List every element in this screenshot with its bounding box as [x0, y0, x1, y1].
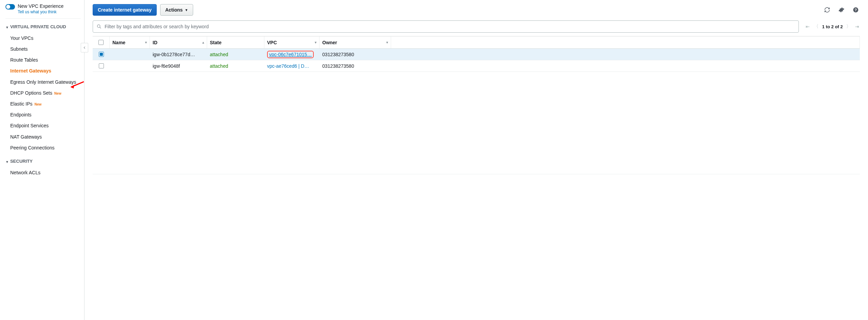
sidebar-item-subnets[interactable]: Subnets	[5, 44, 84, 54]
new-badge: New	[34, 102, 42, 106]
sort-icon: ▾	[315, 41, 316, 44]
col-owner[interactable]: Owner▾	[320, 36, 391, 48]
feedback-link[interactable]: Tell us what you think	[18, 10, 64, 14]
svg-point-2	[97, 25, 100, 28]
table-header: Name▾ ID▴ State VPC▾ Owner▾	[93, 36, 860, 49]
new-vpc-experience: New VPC Experience Tell us what you thin…	[5, 3, 81, 19]
cell-owner: 031238273580	[320, 52, 391, 57]
table-row[interactable]: igw-0b1278ce77d…attachedvpc-06c7e671015……	[93, 49, 860, 60]
checkbox-icon[interactable]	[99, 63, 104, 68]
search-icon	[96, 24, 102, 29]
sidebar-item-endpoint-services[interactable]: Endpoint Services	[5, 120, 84, 131]
settings-icon[interactable]	[837, 6, 846, 14]
create-internet-gateway-button[interactable]: Create internet gateway	[93, 4, 157, 16]
nav-section-title[interactable]: ▼VIRTUAL PRIVATE CLOUD	[5, 24, 84, 30]
sidebar-collapse-handle[interactable]	[81, 43, 88, 52]
col-name[interactable]: Name▾	[110, 36, 150, 48]
vpc-link[interactable]: vpc-ae76ced6 | D…	[267, 63, 309, 69]
page-last-icon[interactable]: ⇥	[854, 24, 860, 29]
cell-vpc: vpc-ae76ced6 | D…	[264, 63, 320, 69]
sort-asc-icon: ▴	[202, 41, 204, 44]
filter-row: ⇤ 〈 1 to 2 of 2 〉 ⇥	[93, 20, 860, 33]
col-id[interactable]: ID▴	[150, 36, 207, 48]
new-badge: New	[54, 92, 61, 95]
select-all-header[interactable]	[93, 36, 110, 48]
cell-id: igw-f6e9048f	[150, 63, 207, 69]
checkbox-icon[interactable]	[98, 40, 104, 45]
help-icon[interactable]: ?	[852, 6, 860, 14]
pagination: ⇤ 〈 1 to 2 of 2 〉 ⇥	[805, 23, 860, 30]
row-select[interactable]	[93, 63, 110, 68]
sidebar-item-egress-only-internet-gateways[interactable]: Egress Only Internet Gateways	[5, 77, 84, 87]
table-row[interactable]: igw-f6e9048fattachedvpc-ae76ced6 | D…031…	[93, 60, 860, 72]
search-box[interactable]	[93, 20, 799, 33]
sidebar-item-peering-connections[interactable]: Peering Connections	[5, 142, 84, 153]
sort-icon: ▾	[386, 41, 388, 44]
col-vpc[interactable]: VPC▾	[264, 36, 320, 48]
checkbox-icon[interactable]	[99, 52, 104, 57]
caret-down-icon: ▼	[5, 160, 9, 164]
cell-id: igw-0b1278ce77d…	[150, 52, 207, 57]
sidebar-item-nat-gateways[interactable]: NAT Gateways	[5, 131, 84, 142]
chevron-down-icon: ▼	[185, 8, 188, 12]
caret-down-icon: ▼	[5, 25, 9, 30]
sidebar-item-endpoints[interactable]: Endpoints	[5, 109, 84, 120]
col-state[interactable]: State	[207, 36, 264, 48]
sidebar-item-internet-gateways[interactable]: Internet Gateways	[5, 65, 84, 76]
sidebar-item-your-vpcs[interactable]: Your VPCs	[5, 33, 84, 44]
nav-section: ▼VIRTUAL PRIVATE CLOUDYour VPCsSubnetsRo…	[5, 24, 84, 153]
actions-button[interactable]: Actions ▼	[160, 4, 193, 16]
page-next-icon[interactable]: 〉	[846, 23, 852, 30]
cell-state: attached	[207, 52, 264, 57]
page-prev-icon[interactable]: 〈	[813, 23, 819, 30]
nav-items: Network ACLs	[5, 167, 84, 178]
toolbar: Create internet gateway Actions ▼ ?	[93, 4, 860, 16]
cell-owner: 031238273580	[320, 63, 391, 69]
page-first-icon[interactable]: ⇤	[805, 24, 810, 29]
table-footer	[93, 174, 860, 175]
sidebar-item-network-acls[interactable]: Network ACLs	[5, 167, 84, 178]
vpc-link[interactable]: vpc-06c7e671015…	[269, 52, 312, 57]
sort-icon: ▾	[145, 41, 147, 44]
cell-state: attached	[207, 63, 264, 69]
sidebar-item-dhcp-options-sets[interactable]: DHCP Options Sets New	[5, 87, 84, 98]
pagination-text: 1 to 2 of 2	[822, 24, 843, 29]
row-select[interactable]	[93, 52, 110, 57]
nav-items: Your VPCsSubnetsRoute TablesInternet Gat…	[5, 33, 84, 153]
sidebar: New VPC Experience Tell us what you thin…	[0, 0, 84, 320]
internet-gateways-table: Name▾ ID▴ State VPC▾ Owner▾ igw-0b1278ce…	[93, 36, 860, 72]
new-experience-label: New VPC Experience	[18, 3, 64, 9]
search-input[interactable]	[105, 24, 795, 29]
svg-line-3	[100, 27, 101, 29]
sidebar-item-route-tables[interactable]: Route Tables	[5, 54, 84, 65]
main-content: Create internet gateway Actions ▼ ? ⇤ 〈 …	[84, 0, 868, 320]
nav-section: ▼SECURITYNetwork ACLs	[5, 159, 84, 178]
vpc-highlight-box: vpc-06c7e671015…	[267, 51, 314, 58]
actions-label: Actions	[165, 7, 183, 13]
cell-vpc: vpc-06c7e671015…	[264, 51, 320, 58]
sidebar-item-elastic-ips[interactable]: Elastic IPs New	[5, 98, 84, 109]
nav-section-title[interactable]: ▼SECURITY	[5, 159, 84, 164]
refresh-icon[interactable]	[823, 6, 831, 14]
svg-text:?: ?	[855, 8, 857, 12]
toggle-icon[interactable]	[5, 4, 15, 10]
